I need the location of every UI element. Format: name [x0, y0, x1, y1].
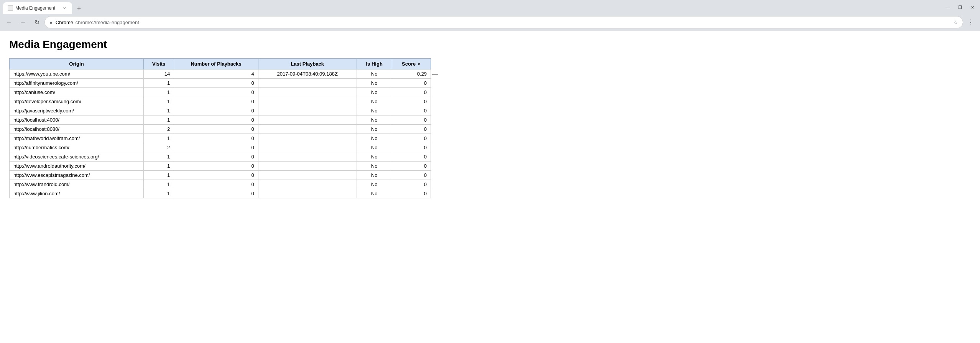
table-row: http://mathworld.wolfram.com/10No0: [10, 134, 431, 143]
cell-score: 0: [392, 152, 431, 162]
cell-is-high: No: [357, 134, 392, 143]
cell-is-high: No: [357, 115, 392, 125]
cell-score: 0: [392, 106, 431, 115]
cell-is-high: No: [357, 106, 392, 115]
cell-score: 0: [392, 115, 431, 125]
maximize-button[interactable]: ❐: [955, 3, 965, 12]
reload-button[interactable]: ↻: [31, 16, 43, 28]
cell-score: 0: [392, 189, 431, 198]
cell-is-high: No: [357, 162, 392, 171]
table-row: http://affinitynumerology.com/10No0: [10, 79, 431, 88]
table-row: http://www.escapistmagazine.com/10No0: [10, 171, 431, 180]
cell-last-playback: [258, 180, 357, 189]
address-url: chrome://media-engagement: [74, 20, 139, 25]
browser-chrome: Media Engagement ✕ + — ❐ ✕ ← → ↻ ● Chrom…: [0, 0, 980, 31]
col-header-playbacks: Number of Playbacks: [174, 59, 258, 69]
close-button[interactable]: ✕: [968, 3, 977, 12]
cell-visits: 2: [143, 125, 174, 134]
bookmark-star-icon[interactable]: ☆: [954, 20, 958, 25]
cell-playbacks: 0: [174, 152, 258, 162]
page-title: Media Engagement: [9, 38, 971, 51]
new-tab-button[interactable]: +: [74, 3, 84, 14]
cell-origin: http://www.androidauthority.com/: [10, 162, 144, 171]
cell-score: 0: [392, 79, 431, 88]
table-row: http://localhost:8080/20No0: [10, 125, 431, 134]
cell-is-high: No: [357, 152, 392, 162]
tab-strip: Media Engagement ✕ +: [3, 2, 84, 14]
cell-is-high: No: [357, 180, 392, 189]
cell-score: 0: [392, 97, 431, 106]
page-content: Media Engagement Origin Visits Number of…: [0, 31, 980, 206]
score-dash-indicator: —: [432, 71, 438, 78]
cell-score: 0.29—: [392, 69, 431, 79]
cell-score: 0: [392, 134, 431, 143]
tab-close-button[interactable]: ✕: [61, 5, 67, 11]
window-controls: — ❐ ✕: [943, 3, 977, 13]
cell-origin: http://videosciences.cafe-sciences.org/: [10, 152, 144, 162]
cell-playbacks: 0: [174, 134, 258, 143]
cell-playbacks: 0: [174, 125, 258, 134]
cell-origin: http://javascriptweekly.com/: [10, 106, 144, 115]
minimize-button[interactable]: —: [943, 3, 952, 12]
cell-last-playback: [258, 125, 357, 134]
cell-visits: 14: [143, 69, 174, 79]
cell-last-playback: [258, 115, 357, 125]
table-row: http://developer.samsung.com/10No0: [10, 97, 431, 106]
address-bar[interactable]: ● Chrome chrome://media-engagement ☆: [44, 16, 963, 28]
table-row: http://numbermatics.com/20No0: [10, 143, 431, 152]
cell-origin: http://www.escapistmagazine.com/: [10, 171, 144, 180]
table-row: http://caniuse.com/10No0: [10, 88, 431, 97]
col-header-score[interactable]: Score ▼: [392, 59, 431, 69]
cell-last-playback: [258, 106, 357, 115]
cell-origin: http://www.jilion.com/: [10, 189, 144, 198]
cell-playbacks: 0: [174, 162, 258, 171]
table-row: http://localhost:4000/10No0: [10, 115, 431, 125]
cell-visits: 2: [143, 143, 174, 152]
tab-title: Media Engagement: [15, 5, 60, 11]
menu-button[interactable]: ⋮: [965, 16, 977, 28]
tab-favicon: [8, 5, 13, 11]
col-header-origin: Origin: [10, 59, 144, 69]
media-engagement-table: Origin Visits Number of Playbacks Last P…: [9, 58, 431, 198]
security-icon: ●: [49, 20, 53, 25]
chrome-label: Chrome: [56, 20, 73, 25]
cell-last-playback: [258, 134, 357, 143]
title-bar: Media Engagement ✕ + — ❐ ✕: [0, 0, 980, 14]
cell-visits: 1: [143, 97, 174, 106]
cell-last-playback: [258, 88, 357, 97]
cell-origin: http://caniuse.com/: [10, 88, 144, 97]
cell-is-high: No: [357, 79, 392, 88]
cell-origin: http://www.frandroid.com/: [10, 180, 144, 189]
cell-is-high: No: [357, 171, 392, 180]
cell-visits: 1: [143, 106, 174, 115]
cell-playbacks: 0: [174, 189, 258, 198]
table-row: http://videosciences.cafe-sciences.org/1…: [10, 152, 431, 162]
cell-is-high: No: [357, 69, 392, 79]
table-header-row: Origin Visits Number of Playbacks Last P…: [10, 59, 431, 69]
cell-playbacks: 4: [174, 69, 258, 79]
cell-is-high: No: [357, 88, 392, 97]
active-tab[interactable]: Media Engagement ✕: [3, 2, 72, 14]
cell-last-playback: [258, 97, 357, 106]
cell-last-playback: 2017-09-04T08:40:09.188Z: [258, 69, 357, 79]
col-header-last-playback: Last Playback: [258, 59, 357, 69]
cell-visits: 1: [143, 162, 174, 171]
cell-last-playback: [258, 143, 357, 152]
sort-indicator: ▼: [417, 62, 421, 66]
cell-last-playback: [258, 189, 357, 198]
back-button[interactable]: ←: [3, 16, 15, 28]
cell-origin: http://affinitynumerology.com/: [10, 79, 144, 88]
cell-playbacks: 0: [174, 115, 258, 125]
cell-is-high: No: [357, 189, 392, 198]
cell-score: 0: [392, 88, 431, 97]
cell-playbacks: 0: [174, 171, 258, 180]
forward-button[interactable]: →: [17, 16, 29, 28]
cell-visits: 1: [143, 115, 174, 125]
cell-is-high: No: [357, 97, 392, 106]
cell-score: 0: [392, 162, 431, 171]
cell-is-high: No: [357, 143, 392, 152]
cell-playbacks: 0: [174, 180, 258, 189]
cell-origin: http://developer.samsung.com/: [10, 97, 144, 106]
cell-score: 0: [392, 125, 431, 134]
cell-score: 0: [392, 180, 431, 189]
